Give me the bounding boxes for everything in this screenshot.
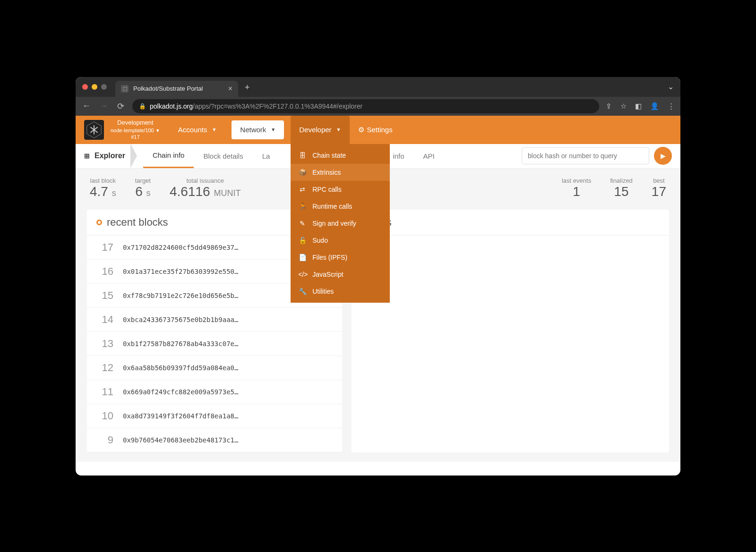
chevron-down-icon: ▼ <box>336 127 341 132</box>
dd-files-ipfs[interactable]: 📄Files (IPFS) <box>291 249 390 266</box>
dot-icon <box>96 220 102 225</box>
address-bar-row: ← → ⟳ 🔒 polkadot.js.org/apps/?rpc=ws%3A%… <box>76 97 680 116</box>
stat-last-events: last events 1 <box>562 177 591 199</box>
window-minimize-button[interactable] <box>92 84 97 90</box>
file-icon: 📄 <box>298 254 307 261</box>
block-row[interactable]: 130xb1f27587b827678ab4a333c07e… <box>87 332 342 356</box>
stat-best: best 17 <box>652 177 666 199</box>
tab-api[interactable]: API <box>414 144 444 168</box>
forward-button[interactable]: → <box>98 101 109 111</box>
recent-events-panel: events available <box>352 210 669 452</box>
browser-window: ⬚ Polkadot/Substrate Portal × + ⌄ ← → ⟳ … <box>76 77 680 476</box>
block-row[interactable]: 90x9b76054e70683eeb2be48173c1… <box>87 428 342 452</box>
dd-runtime-calls[interactable]: 🏃Runtime calls <box>291 198 390 215</box>
block-hash: 0x9b76054e70683eeb2be48173c1… <box>123 436 238 444</box>
block-hash: 0xa8d739149f3f2604f7df8ea1a8… <box>123 412 238 420</box>
block-hash: 0xbca243367375675e0b2b1b9aaa… <box>123 316 238 323</box>
address-bar[interactable]: 🔒 polkadot.js.org/apps/?rpc=ws%3A%2F%2F1… <box>132 99 599 113</box>
dd-sign-verify[interactable]: ✎Sign and verify <box>291 215 390 232</box>
browser-tab[interactable]: ⬚ Polkadot/Substrate Portal × <box>115 81 238 97</box>
block-row[interactable]: 140xbca243367375675e0b2b1b9aaa… <box>87 308 342 332</box>
chevron-down-icon: ▼ <box>212 127 216 132</box>
block-hash: 0xf78c9b7191e2c726e10d656e5b… <box>123 292 238 299</box>
menu-icon[interactable]: ⋮ <box>668 102 675 110</box>
grid-icon: ⊞ <box>84 152 90 160</box>
nav-developer[interactable]: Developer▼ 🗄Chain state 📦Extrinsics ⇄RPC… <box>291 116 349 144</box>
dd-javascript[interactable]: </>JavaScript <box>291 266 390 283</box>
tab-bar: ⬚ Polkadot/Substrate Portal × + ⌄ <box>76 77 680 97</box>
block-hash: 0x6aa58b56b09397fdd59a084ea0… <box>123 364 238 372</box>
share-icon[interactable]: ⇪ <box>606 102 612 110</box>
block-row[interactable]: 100xa8d739149f3f2604f7df8ea1a8… <box>87 404 342 428</box>
window-maximize-button[interactable] <box>101 84 107 90</box>
recent-events-header: events <box>352 210 669 236</box>
toolbar-icons: ⇪ ☆ ◧ 👤 ⋮ <box>606 102 675 110</box>
block-number: 17 <box>96 241 113 254</box>
nav-items: Accounts▼ Network▼ Developer▼ 🗄Chain sta… <box>170 116 401 144</box>
block-hash: 0x01a371ece35f27b6303992e550… <box>123 268 238 275</box>
block-number: 15 <box>96 289 113 302</box>
chain-detail: node-template/100 <box>111 127 154 133</box>
block-number: 14 <box>96 314 113 326</box>
query-submit-button[interactable]: ▶ <box>654 147 672 165</box>
chain-name: Development <box>111 119 160 127</box>
block-search-input[interactable] <box>522 147 649 164</box>
chain-logo[interactable] <box>84 120 104 140</box>
block-number: 9 <box>96 434 113 446</box>
database-icon: 🗄 <box>298 152 307 159</box>
chevron-down-icon: ▼ <box>155 128 160 133</box>
url-host: polkadot.js.org <box>150 102 193 110</box>
profile-icon[interactable]: 👤 <box>650 102 659 110</box>
tab-block-details[interactable]: Block details <box>194 144 252 168</box>
nav-settings[interactable]: ⚙Settings <box>350 126 401 134</box>
new-tab-button[interactable]: + <box>245 83 250 93</box>
dd-extrinsics[interactable]: 📦Extrinsics <box>291 164 390 181</box>
tab-chain-info[interactable]: Chain info <box>143 144 194 168</box>
chevron-down-icon: ▼ <box>271 127 275 132</box>
nav-network[interactable]: Network▼ <box>232 120 284 139</box>
sign-icon: ✎ <box>298 220 307 227</box>
tab-close-icon[interactable]: × <box>228 85 232 93</box>
dd-rpc-calls[interactable]: ⇄RPC calls <box>291 181 390 198</box>
chrome-dropdown-icon[interactable]: ⌄ <box>668 82 674 91</box>
box-icon: 📦 <box>298 169 307 176</box>
block-row[interactable]: 120x6aa58b56b09397fdd59a084ea0… <box>87 356 342 380</box>
back-button[interactable]: ← <box>81 101 92 111</box>
running-icon: 🏃 <box>298 203 307 210</box>
stat-target: target 6 s <box>135 177 151 199</box>
block-number: 13 <box>96 338 113 350</box>
app-header: Development node-template/100 ▼ #17 Acco… <box>76 116 680 144</box>
stat-total-issuance: total issuance 4.6116 MUNIT <box>170 177 241 199</box>
traffic-lights <box>82 84 107 90</box>
block-number: 12 <box>96 362 113 374</box>
window-close-button[interactable] <box>82 84 88 90</box>
bookmark-icon[interactable]: ☆ <box>620 102 627 110</box>
breadcrumb-arrow <box>131 144 137 168</box>
wrench-icon: 🔧 <box>298 288 307 295</box>
chain-selector[interactable]: Development node-template/100 ▼ #17 <box>111 119 160 140</box>
lock-icon: 🔒 <box>139 103 146 110</box>
block-hash: 0xb1f27587b827678ab4a333c07e… <box>123 340 238 348</box>
url-path: /apps/?rpc=ws%3A%2F%2F127.0.0.1%3A9944#/… <box>193 102 362 110</box>
breadcrumb-explorer[interactable]: ⊞ Explorer <box>84 152 125 160</box>
block-row[interactable]: 110x669a0f249cfc882e009a5973e5… <box>87 380 342 404</box>
block-hash: 0x71702d8224600cf5dd49869e37… <box>123 244 238 251</box>
developer-dropdown: 🗄Chain state 📦Extrinsics ⇄RPC calls 🏃Run… <box>291 144 390 303</box>
reload-button[interactable]: ⟳ <box>115 101 126 111</box>
chain-block: #17 <box>111 134 160 140</box>
swap-icon: ⇄ <box>298 186 307 193</box>
dd-chain-state[interactable]: 🗄Chain state <box>291 147 390 164</box>
nav-accounts[interactable]: Accounts▼ <box>170 120 225 139</box>
dd-utilities[interactable]: 🔧Utilities <box>291 283 390 300</box>
block-hash: 0x669a0f249cfc882e009a5973e5… <box>123 388 238 396</box>
browser-chrome: ⬚ Polkadot/Substrate Portal × + ⌄ ← → ⟳ … <box>76 77 680 116</box>
block-number: 10 <box>96 410 113 422</box>
gear-icon: ⚙ <box>358 126 364 134</box>
panel-icon[interactable]: ◧ <box>635 102 642 110</box>
block-number: 11 <box>96 386 113 398</box>
stat-last-block: last block 4.7 s <box>90 177 116 199</box>
events-empty-text: available <box>352 236 669 258</box>
tab-partial-1[interactable]: La <box>253 144 280 168</box>
dd-sudo[interactable]: 🔓Sudo <box>291 232 390 249</box>
tab-favicon: ⬚ <box>121 85 129 93</box>
